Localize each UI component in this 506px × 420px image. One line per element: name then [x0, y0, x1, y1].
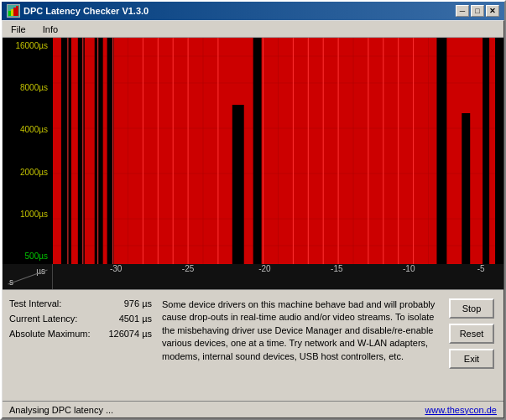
- y-label-4000: 4000µs: [4, 125, 51, 134]
- buttons-panel: Stop Reset Exit: [446, 295, 497, 396]
- svg-rect-23: [462, 113, 470, 264]
- main-window: DPC Latency Checker V1.3.0 ─ □ ✕ File In…: [0, 0, 506, 420]
- statusbar: Analysing DPC latency ... www.thesycon.d…: [3, 401, 503, 417]
- titlebar-left: DPC Latency Checker V1.3.0: [7, 4, 149, 18]
- message-panel: Some device drivers on this machine beha…: [159, 295, 440, 396]
- message-text: Some device drivers on this machine beha…: [162, 299, 435, 361]
- svg-rect-3: [16, 6, 18, 16]
- current-latency-label: Current Latency:: [9, 314, 77, 324]
- svg-rect-20: [232, 105, 244, 264]
- current-latency-value: 4501 µs: [119, 314, 152, 324]
- absolute-max-value: 126074 µs: [108, 329, 152, 339]
- svg-rect-17: [78, 38, 85, 264]
- chart-plot: [53, 38, 503, 264]
- menubar: File Info: [3, 21, 503, 38]
- y-label-500: 500µs: [4, 251, 51, 261]
- menu-info[interactable]: Info: [38, 23, 63, 36]
- window-inner: File Info 16000µs 8000µs 4000µs 2000µs 1…: [2, 20, 504, 418]
- maximize-button[interactable]: □: [471, 5, 484, 17]
- axis-unit-box: µs s: [3, 264, 53, 289]
- svg-rect-18: [95, 38, 103, 264]
- svg-rect-2: [13, 8, 16, 16]
- svg-rect-24: [483, 38, 489, 264]
- minimize-button[interactable]: ─: [456, 5, 469, 17]
- y-axis: 16000µs 8000µs 4000µs 2000µs 1000µs 500µ…: [3, 38, 53, 264]
- app-icon: [7, 4, 20, 18]
- window-title: DPC Latency Checker V1.3.0: [23, 6, 149, 16]
- reset-button[interactable]: Reset: [449, 324, 494, 344]
- close-button[interactable]: ✕: [486, 5, 499, 17]
- x-label-10: -10: [396, 264, 421, 273]
- svg-rect-22: [436, 38, 446, 264]
- svg-rect-25: [495, 38, 503, 264]
- stop-button[interactable]: Stop: [449, 298, 494, 319]
- y-label-16000: 16000µs: [4, 41, 51, 50]
- titlebar: DPC Latency Checker V1.3.0 ─ □ ✕: [2, 2, 504, 20]
- test-interval-value: 976 µs: [124, 298, 152, 309]
- svg-rect-16: [61, 38, 71, 264]
- test-interval-row: Test Interval: 976 µs: [9, 298, 152, 309]
- titlebar-buttons: ─ □ ✕: [456, 5, 499, 17]
- test-interval-label: Test Interval:: [9, 298, 61, 309]
- y-label-2000: 2000µs: [4, 168, 51, 177]
- bottom-panel: Test Interval: 976 µs Current Latency: 4…: [3, 290, 503, 401]
- x-label-15: -15: [324, 264, 349, 273]
- y-label-8000: 8000µs: [4, 83, 51, 92]
- website-link[interactable]: www.thesycon.de: [425, 405, 497, 415]
- absolute-max-row: Absolute Maximum: 126074 µs: [9, 329, 152, 339]
- x-axis-bar: µs s -30 -25 -20 -15 -10 -5: [3, 264, 503, 289]
- x-label-5: -5: [468, 264, 493, 273]
- status-text: Analysing DPC latency ...: [9, 405, 113, 415]
- svg-rect-1: [11, 9, 13, 16]
- svg-rect-0: [8, 11, 11, 16]
- x-labels-area: -30 -25 -20 -15 -10 -5: [53, 264, 503, 289]
- x-unit-bottom: s: [9, 277, 13, 287]
- x-label-25: -25: [175, 264, 201, 273]
- y-label-1000: 1000µs: [4, 210, 51, 219]
- current-latency-row: Current Latency: 4501 µs: [9, 314, 152, 324]
- x-label-30: -30: [103, 264, 128, 273]
- absolute-max-label: Absolute Maximum:: [9, 329, 91, 339]
- content-area: 16000µs 8000µs 4000µs 2000µs 1000µs 500µ…: [3, 38, 503, 417]
- menu-file[interactable]: File: [6, 23, 31, 36]
- exit-button[interactable]: Exit: [449, 349, 494, 369]
- stats-panel: Test Interval: 976 µs Current Latency: 4…: [9, 295, 152, 396]
- svg-rect-21: [253, 38, 262, 264]
- chart-container: 16000µs 8000µs 4000µs 2000µs 1000µs 500µ…: [3, 38, 503, 289]
- x-label-20: -20: [252, 264, 277, 273]
